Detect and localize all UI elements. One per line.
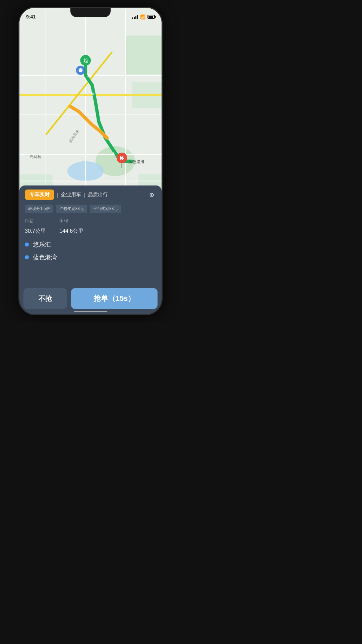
tab-enterprise[interactable]: 企业用车 (61, 192, 81, 198)
map-view: 机场高速 亮马桥 起 (19, 8, 162, 202)
time-display: 9:41 (26, 14, 36, 19)
location-dot-from (25, 243, 29, 247)
phone-notch (70, 8, 111, 17)
action-buttons: 不抢 抢单（15s） (19, 285, 162, 314)
location-name-to: 蓝色港湾 (33, 253, 57, 261)
total-distance-container: 全程 144.6公里 (59, 218, 83, 235)
grab-button[interactable]: 抢单（15s） (71, 288, 158, 309)
distance-from-container: 距您 30.7公里 (25, 218, 46, 235)
distance-from-value: 30.7公里 (25, 224, 46, 235)
badge-platform: 平台奖励88元 (90, 205, 121, 213)
tab-separator-1: | (57, 192, 58, 198)
total-distance-value: 144.6公里 (59, 224, 83, 235)
location-item-from: 悠乐汇 (25, 240, 156, 249)
location-dot-to (25, 255, 29, 259)
total-distance-label: 全程 (59, 218, 83, 224)
tab-express-realtime[interactable]: 专车实时 (25, 190, 54, 200)
badge-performance: 表现分1.5倍 (25, 205, 53, 213)
skip-button[interactable]: 不抢 (23, 288, 67, 309)
location-name-from: 悠乐汇 (33, 240, 51, 249)
tab-separator-2: | (84, 192, 85, 198)
compass-icon: ⊕ (149, 191, 154, 199)
tab-quality[interactable]: 品质出行 (88, 192, 108, 198)
tab-bar: 专车实时 | 企业用车 | 品质出行 (19, 185, 162, 203)
location-list: 悠乐汇 蓝色港湾 (19, 239, 162, 265)
bottom-panel: 专车实时 | 企业用车 | 品质出行 表现分1.5倍 红包奖励88元 平台奖励8… (19, 185, 162, 314)
distance-info: 距您 30.7公里 全程 144.6公里 (19, 216, 162, 239)
badges-row: 表现分1.5倍 红包奖励88元 平台奖励88元 (19, 203, 162, 216)
svg-text:起: 起 (83, 58, 88, 63)
home-indicator (74, 311, 107, 312)
phone-frame: 9:41 📶 (18, 7, 163, 315)
svg-text:蓝色港湾: 蓝色港湾 (128, 159, 144, 164)
signal-icon (132, 14, 138, 19)
svg-text:亮马桥: 亮马桥 (29, 154, 42, 159)
svg-point-25 (79, 68, 83, 72)
wifi-icon: 📶 (140, 14, 145, 19)
svg-rect-1 (125, 36, 162, 75)
svg-text:终: 终 (119, 156, 124, 161)
battery-icon (147, 15, 155, 19)
badge-red-packet: 红包奖励88元 (56, 205, 87, 213)
map-overlay-button[interactable]: ⊕ (145, 189, 158, 201)
power-button (162, 61, 163, 82)
location-item-to: 蓝色港湾 (25, 253, 156, 261)
distance-from-label: 距您 (25, 218, 46, 224)
